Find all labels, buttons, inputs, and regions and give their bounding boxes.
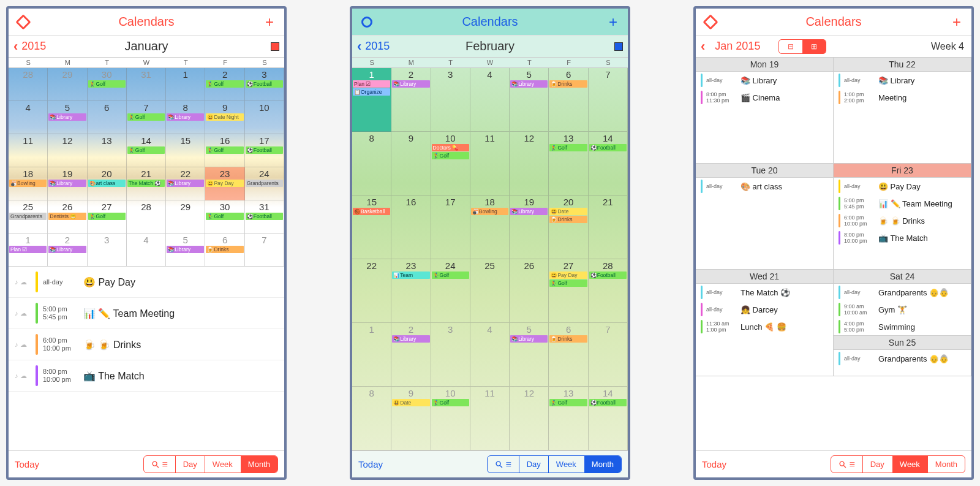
week-event-row[interactable]: all-dayGrandparents 👴👵	[834, 284, 971, 301]
day-cell[interactable]: 25	[470, 259, 510, 323]
day-cell[interactable]: 9😃Date	[391, 387, 431, 450]
day-cell[interactable]: 27😃Pay Day🏌Golf	[549, 259, 588, 323]
week-day-cell[interactable]: Wed 21all-dayThe Match ⚽all-day👧 Darcey1…	[696, 270, 834, 376]
event-chip[interactable]: 🎳Bowling	[471, 208, 508, 215]
event-chip[interactable]: ⚽Football	[589, 144, 627, 151]
day-cell[interactable]: 18🎳Bowling	[9, 167, 48, 200]
week-event-row[interactable]: 9:00 am10:00 amGym 🏋️	[834, 301, 971, 318]
add-icon[interactable]: +	[262, 15, 277, 29]
event-chip[interactable]: 📚Library	[392, 80, 429, 88]
view-tab-month[interactable]: Month	[240, 456, 277, 473]
event-chip[interactable]: The Match ⚽	[127, 180, 165, 187]
event-chip[interactable]: 📚Library	[48, 113, 86, 121]
event-chip[interactable]: 🎳Bowling	[9, 180, 47, 187]
day-cell[interactable]: 16🏌Golf	[205, 134, 244, 167]
day-cell[interactable]: 13	[88, 134, 127, 167]
day-cell[interactable]: 14🏌Golf	[127, 134, 166, 167]
event-chip[interactable]: 🏌Golf	[206, 213, 243, 220]
day-cell[interactable]: 2📚Library	[391, 68, 431, 132]
event-chip[interactable]: 🍺Drinks	[549, 335, 587, 343]
event-chip[interactable]: 🏌Golf	[549, 279, 587, 287]
header-title[interactable]: Calendars	[805, 15, 861, 29]
event-chip[interactable]: Grandparents	[9, 213, 47, 220]
day-cell[interactable]: 13🏌Golf	[549, 387, 588, 450]
search-button[interactable]: ≡	[488, 456, 518, 473]
day-cell[interactable]: 4	[470, 323, 510, 387]
event-chip[interactable]: 📚Library	[510, 335, 548, 343]
week-event-row[interactable]: all-day😃 Pay Day	[834, 178, 971, 195]
day-cell[interactable]: 9😃Date Night	[205, 101, 244, 134]
today-button[interactable]: Today	[358, 459, 383, 469]
header-title[interactable]: Calendars	[462, 15, 518, 29]
day-cell[interactable]: 6🍺Drinks	[549, 68, 588, 132]
day-cell[interactable]: 31	[127, 68, 166, 101]
day-cell[interactable]: 9	[391, 132, 431, 196]
day-cell[interactable]: 17	[431, 196, 470, 259]
month-grid[interactable]: 1Plan ☑📋Organize2📚Library345📚Library6🍺Dr…	[352, 68, 628, 450]
week-event-row[interactable]: 4:00 pm5:00 pmSwimming	[834, 318, 971, 335]
event-chip[interactable]: Dentists 😬	[48, 213, 86, 220]
refresh-icon[interactable]	[360, 15, 374, 29]
event-chip[interactable]: ⚽Football	[246, 80, 283, 88]
week-day-cell[interactable]: Thu 22all-day📚 Library1:00 pm2:00 pmMeet…	[834, 58, 971, 164]
back-icon[interactable]: ‹	[701, 39, 705, 55]
day-cell[interactable]: 8📚Library	[166, 101, 205, 134]
add-icon[interactable]: +	[606, 15, 620, 29]
agenda-row[interactable]: ♪ ☁all-day😃 Pay Day	[9, 267, 284, 298]
day-cell[interactable]: 6	[88, 101, 127, 134]
layout-toggle[interactable]: ⊟ ⊞	[778, 39, 826, 54]
day-cell[interactable]: 7	[589, 323, 628, 387]
view-tab-day[interactable]: Day	[175, 456, 205, 473]
day-cell[interactable]: 5📚Library	[510, 68, 549, 132]
today-button[interactable]: Today	[702, 459, 726, 469]
day-cell[interactable]: 23📊Team	[391, 259, 431, 323]
day-cell[interactable]: 29	[166, 200, 205, 234]
week-event-row[interactable]: 6:00 pm10:00 pm🍺 🍺 Drinks	[834, 212, 971, 229]
day-cell[interactable]: 16	[391, 196, 431, 259]
week-day-cell[interactable]: Mon 19all-day📚 Library8:00 pm11:30 pm🎬 C…	[696, 58, 834, 164]
day-cell[interactable]: 6🍺Drinks	[549, 323, 588, 387]
event-chip[interactable]: 🏌Golf	[127, 113, 165, 121]
add-icon[interactable]: +	[949, 15, 964, 29]
agenda-row[interactable]: ♪ ☁8:00 pm10:00 pm📺 The Match	[9, 360, 284, 392]
layout-grid-icon[interactable]: ⊞	[802, 40, 826, 53]
event-chip[interactable]: 📚Library	[167, 246, 204, 253]
week-event-row[interactable]: 1:00 pm2:00 pmMeeting	[834, 89, 971, 106]
event-chip[interactable]: 😃Date Night	[206, 113, 243, 121]
week-event-row[interactable]: all-dayThe Match ⚽	[696, 284, 833, 301]
day-cell[interactable]: 26	[510, 259, 549, 323]
day-cell[interactable]: 22📚Library	[166, 167, 205, 200]
year-label[interactable]: 2015	[21, 40, 46, 53]
layout-column-icon[interactable]: ⊟	[779, 40, 802, 53]
view-segmented-control[interactable]: ≡DayWeekMonth	[487, 455, 622, 473]
event-chip[interactable]: Plan ☑	[9, 246, 47, 253]
week-event-row[interactable]: 5:00 pm5:45 pm📊 ✏️ Team Meeting	[834, 195, 971, 212]
day-cell[interactable]: 3⚽Football	[245, 68, 284, 101]
day-cell[interactable]: 1Plan ☑	[9, 234, 48, 267]
view-tab-week[interactable]: Week	[205, 456, 240, 473]
day-cell[interactable]: 1Plan ☑📋Organize	[352, 68, 391, 132]
search-button[interactable]: ≡	[144, 456, 175, 473]
day-cell[interactable]: 3	[431, 68, 470, 132]
day-cell[interactable]: 11	[470, 387, 510, 450]
day-cell[interactable]: 2🏌Golf	[205, 68, 244, 101]
day-cell[interactable]: 28⚽Football	[589, 259, 628, 323]
view-tab-month[interactable]: Month	[584, 456, 621, 473]
back-icon[interactable]: ‹	[13, 39, 18, 55]
day-cell[interactable]: 8	[352, 132, 391, 196]
day-cell[interactable]: 13🏌Golf	[549, 132, 588, 196]
view-segmented-control[interactable]: ≡DayWeekMonth	[143, 455, 278, 473]
day-cell[interactable]: 19📚Library	[48, 167, 87, 200]
day-cell[interactable]: 1	[166, 68, 205, 101]
day-cell[interactable]: 11	[470, 132, 510, 196]
event-chip[interactable]: 📊Team	[392, 271, 429, 279]
event-chip[interactable]: Plan ☑	[353, 80, 390, 88]
day-cell[interactable]: 5📚Library	[510, 323, 549, 387]
today-button[interactable]: Today	[15, 459, 39, 469]
day-cell[interactable]: 10🏌Golf	[431, 387, 470, 450]
day-cell[interactable]: 23😃Pay Day	[205, 167, 244, 200]
day-cell[interactable]: 28	[127, 200, 166, 234]
day-cell[interactable]: 6🍺Drinks	[205, 234, 244, 267]
week-event-row[interactable]: all-day📚 Library	[834, 72, 971, 89]
day-cell[interactable]: 2📚Library	[391, 323, 431, 387]
